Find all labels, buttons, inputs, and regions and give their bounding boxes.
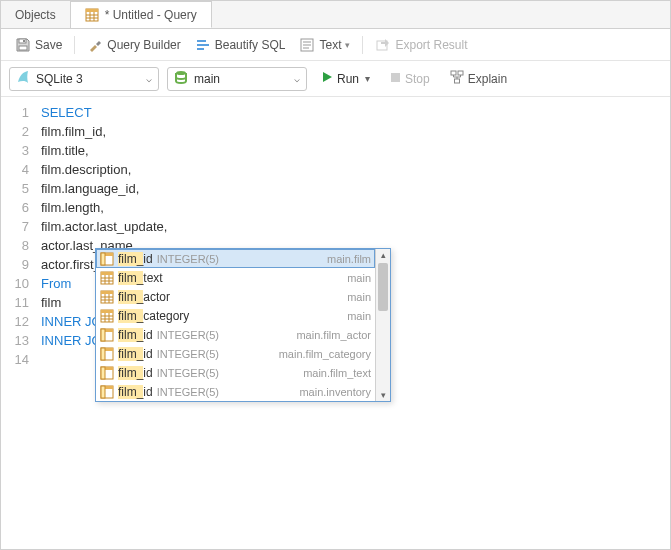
item-name: film_idINTEGER(5) — [118, 366, 299, 380]
item-name: film_category — [118, 309, 343, 323]
svg-rect-54 — [101, 386, 105, 398]
code-line[interactable]: film.title, — [41, 141, 670, 160]
hammer-icon — [87, 37, 103, 53]
tab-bar: Objects * Untitled - Query — [1, 1, 670, 29]
autocomplete-item[interactable]: film_categorymain — [96, 306, 375, 325]
autocomplete-list[interactable]: film_idINTEGER(5)main.filmfilm_textmainf… — [96, 249, 375, 401]
item-name: film_idINTEGER(5) — [118, 252, 323, 266]
run-label: Run — [337, 72, 359, 86]
svg-rect-1 — [86, 9, 98, 12]
stop-button: Stop — [384, 69, 436, 89]
code-line[interactable]: film.actor.last_update, — [41, 217, 670, 236]
svg-rect-24 — [101, 253, 105, 265]
export-label: Export Result — [395, 38, 467, 52]
autocomplete-item[interactable]: film_actormain — [96, 287, 375, 306]
svg-rect-7 — [23, 40, 25, 42]
separator — [74, 36, 75, 54]
tab-objects-label: Objects — [15, 8, 56, 22]
item-name: film_idINTEGER(5) — [118, 385, 295, 399]
svg-rect-45 — [101, 329, 105, 341]
item-name: film_idINTEGER(5) — [118, 347, 275, 361]
autocomplete-item[interactable]: film_idINTEGER(5)main.film — [96, 249, 375, 268]
database-icon — [174, 70, 188, 87]
tab-objects[interactable]: Objects — [1, 1, 71, 28]
svg-rect-10 — [197, 44, 209, 46]
autocomplete-item[interactable]: film_idINTEGER(5)main.film_category — [96, 344, 375, 363]
run-bar: SQLite 3 ⌵ main ⌵ Run ▾ Stop Explain — [1, 61, 670, 97]
svg-rect-21 — [454, 79, 459, 83]
db-engine-label: SQLite 3 — [36, 72, 83, 86]
query-builder-label: Query Builder — [107, 38, 180, 52]
schema-select[interactable]: main ⌵ — [167, 67, 307, 91]
chevron-down-icon: ⌵ — [294, 73, 300, 84]
svg-point-17 — [176, 71, 186, 75]
item-scope: main.inventory — [299, 386, 371, 398]
autocomplete-popup[interactable]: film_idINTEGER(5)main.filmfilm_textmainf… — [95, 248, 391, 402]
column-icon — [100, 385, 114, 399]
code-line[interactable]: film.language_id, — [41, 179, 670, 198]
line-gutter: 1234567891011121314 — [1, 103, 41, 369]
chevron-down-icon: ▾ — [345, 40, 350, 50]
svg-rect-19 — [451, 71, 456, 75]
code-line[interactable]: film.description, — [41, 160, 670, 179]
autocomplete-item[interactable]: film_idINTEGER(5)main.film_text — [96, 363, 375, 382]
export-button: Export Result — [369, 34, 473, 56]
svg-rect-8 — [19, 46, 27, 50]
item-scope: main.film — [327, 253, 371, 265]
svg-rect-20 — [458, 71, 463, 75]
db-engine-select[interactable]: SQLite 3 ⌵ — [9, 67, 159, 91]
stop-label: Stop — [405, 72, 430, 86]
item-scope: main.film_actor — [296, 329, 371, 341]
item-name: film_actor — [118, 290, 343, 304]
tab-query[interactable]: * Untitled - Query — [71, 1, 212, 28]
svg-rect-48 — [101, 348, 105, 360]
column-icon — [100, 366, 114, 380]
item-name: film_text — [118, 271, 343, 285]
beautify-button[interactable]: Beautify SQL — [189, 34, 292, 56]
table-icon — [100, 290, 114, 304]
beautify-label: Beautify SQL — [215, 38, 286, 52]
chevron-down-icon: ⌵ — [146, 73, 152, 84]
scroll-down-icon[interactable]: ▾ — [376, 390, 390, 400]
explain-icon — [450, 70, 464, 87]
stop-icon — [390, 72, 401, 86]
item-scope: main — [347, 291, 371, 303]
item-scope: main — [347, 272, 371, 284]
svg-rect-51 — [101, 367, 105, 379]
column-icon — [100, 347, 114, 361]
table-icon — [100, 271, 114, 285]
beautify-icon — [195, 37, 211, 53]
svg-rect-11 — [197, 48, 204, 50]
text-icon — [299, 37, 315, 53]
explain-button[interactable]: Explain — [444, 67, 513, 90]
text-button[interactable]: Text ▾ — [293, 34, 356, 56]
autocomplete-item[interactable]: film_idINTEGER(5)main.film_actor — [96, 325, 375, 344]
scroll-up-icon[interactable]: ▴ — [376, 250, 390, 260]
autocomplete-item[interactable]: film_idINTEGER(5)main.inventory — [96, 382, 375, 401]
code-line[interactable]: film.film_id, — [41, 122, 670, 141]
item-name: film_idINTEGER(5) — [118, 328, 292, 342]
code-line[interactable]: SELECT — [41, 103, 670, 122]
autocomplete-item[interactable]: film_textmain — [96, 268, 375, 287]
schema-label: main — [194, 72, 220, 86]
save-icon — [15, 37, 31, 53]
chevron-down-icon: ▾ — [365, 73, 370, 84]
svg-rect-32 — [101, 291, 113, 294]
separator — [362, 36, 363, 54]
save-button[interactable]: Save — [9, 34, 68, 56]
svg-rect-9 — [197, 40, 206, 42]
item-scope: main — [347, 310, 371, 322]
column-icon — [100, 252, 114, 266]
svg-rect-26 — [101, 272, 113, 275]
run-button[interactable]: Run ▾ — [315, 68, 376, 89]
svg-rect-38 — [101, 310, 113, 313]
save-label: Save — [35, 38, 62, 52]
query-builder-button[interactable]: Query Builder — [81, 34, 186, 56]
code-line[interactable]: film.length, — [41, 198, 670, 217]
play-icon — [321, 71, 333, 86]
tab-query-label: * Untitled - Query — [105, 8, 197, 22]
scroll-thumb[interactable] — [378, 263, 388, 311]
scrollbar[interactable]: ▴ ▾ — [375, 249, 390, 401]
table-icon — [85, 8, 99, 22]
sqlite-icon — [16, 70, 30, 87]
